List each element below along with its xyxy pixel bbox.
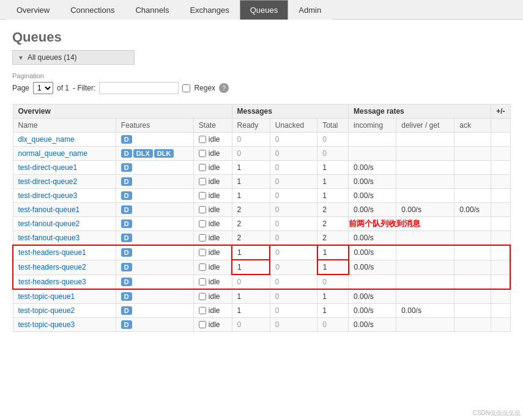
state-checkbox[interactable]: [199, 249, 206, 256]
cell-queue-name[interactable]: test-topic-queue1: [13, 289, 116, 304]
cell-unacked: 0: [270, 274, 317, 289]
state-checkbox[interactable]: [199, 164, 206, 171]
cell-queue-name[interactable]: test-direct-queue2: [13, 175, 116, 189]
cell-unacked: 0: [270, 217, 317, 231]
cell-total: 1: [317, 161, 349, 175]
cell-ack: [454, 260, 491, 274]
cell-total: 1: [317, 260, 349, 274]
cell-deliver-get: [396, 231, 454, 246]
cell-queue-name[interactable]: test-topic-queue3: [13, 318, 116, 332]
cell-queue-name[interactable]: test-fanout-queue2: [13, 217, 116, 231]
tab-connections[interactable]: Connections: [60, 0, 125, 20]
cell-queue-name[interactable]: test-fanout-queue3: [13, 231, 116, 246]
state-checkbox[interactable]: [199, 263, 206, 271]
cell-unacked: 0: [270, 289, 317, 304]
cell-features: D: [116, 274, 193, 289]
cell-ack: [454, 217, 491, 231]
cell-ack: [454, 133, 491, 147]
cell-features: D: [116, 245, 193, 260]
cell-total: 1: [317, 189, 349, 203]
state-checkbox[interactable]: [199, 307, 206, 314]
cell-queue-name[interactable]: test-headers-queue2: [13, 260, 116, 274]
cell-ready: 1: [232, 161, 270, 175]
cell-features: D: [116, 231, 193, 246]
cell-features: D: [116, 217, 193, 231]
state-checkbox[interactable]: [199, 220, 206, 227]
th-overview: Overview: [13, 105, 232, 119]
tab-exchanges[interactable]: Exchanges: [179, 0, 239, 20]
cell-ack: [454, 189, 491, 203]
th-plusminus[interactable]: +/-: [491, 105, 510, 119]
cell-queue-name[interactable]: test-fanout-queue1: [13, 203, 116, 217]
state-checkbox[interactable]: [199, 278, 206, 286]
tab-queues[interactable]: Queues: [240, 0, 289, 20]
cell-queue-name[interactable]: test-topic-queue2: [13, 304, 116, 318]
tab-overview[interactable]: Overview: [6, 0, 60, 20]
regex-help-button[interactable]: ?: [219, 83, 229, 93]
cell-queue-name[interactable]: test-headers-queue3: [13, 274, 116, 289]
cell-ack: [454, 274, 491, 289]
cell-state: idle: [193, 289, 232, 304]
cell-total: 1: [317, 175, 349, 189]
state-checkbox[interactable]: [199, 206, 206, 213]
cell-incoming: 0.00/s: [349, 231, 396, 246]
cell-state: idle: [193, 161, 232, 175]
cell-empty: [491, 231, 510, 246]
cell-empty: [491, 133, 510, 147]
cell-queue-name[interactable]: test-headers-queue1: [13, 245, 116, 260]
th-features: Features: [116, 119, 193, 133]
cell-queue-name[interactable]: test-direct-queue3: [13, 189, 116, 203]
cell-total: 0: [317, 274, 349, 289]
th-empty: [491, 119, 510, 133]
cell-queue-name[interactable]: dlx_queue_name: [13, 133, 116, 147]
state-checkbox[interactable]: [199, 192, 206, 199]
th-total: Total: [317, 119, 349, 133]
state-checkbox[interactable]: [199, 293, 206, 300]
tab-channels[interactable]: Channels: [125, 0, 179, 20]
state-checkbox[interactable]: [199, 150, 206, 157]
th-message-rates: Message rates: [349, 105, 491, 119]
cell-features: D: [116, 189, 193, 203]
cell-queue-name[interactable]: test-direct-queue1: [13, 161, 116, 175]
cell-empty: [491, 161, 510, 175]
cell-features: DDLXDLK: [116, 147, 193, 161]
cell-incoming: 0.00/s: [349, 260, 396, 274]
pagination-label: Pagination: [12, 72, 511, 79]
cell-deliver-get: 0.00/s: [396, 203, 454, 217]
cell-ready: 1: [232, 175, 270, 189]
cell-empty: [491, 304, 510, 318]
cell-queue-name[interactable]: normal_queue_name: [13, 147, 116, 161]
cell-deliver-get: [396, 318, 454, 332]
cell-empty: [491, 217, 510, 231]
cell-deliver-get: [396, 260, 454, 274]
cell-ready: 1: [232, 245, 270, 260]
table-row: test-headers-queue1Didle1010.00/s: [13, 245, 510, 260]
state-checkbox[interactable]: [199, 234, 206, 241]
cell-incoming: 0.00/s: [349, 245, 396, 260]
table-row: test-fanout-queue2Didle202前两个队列收到消息: [13, 217, 510, 231]
state-checkbox[interactable]: [199, 178, 206, 185]
cell-incoming: 0.00/s: [349, 318, 396, 332]
cell-total: 1: [317, 245, 349, 260]
cell-ready: 0: [232, 133, 270, 147]
cell-ready: 1: [232, 304, 270, 318]
cell-features: D: [116, 133, 193, 147]
cell-state: idle: [193, 203, 232, 217]
regex-checkbox[interactable]: [182, 84, 190, 92]
cell-incoming: [349, 274, 396, 289]
state-checkbox[interactable]: [199, 321, 206, 328]
filter-input[interactable]: [99, 82, 179, 94]
cell-unacked: 0: [270, 147, 317, 161]
cell-incoming: 0.00/s: [349, 203, 396, 217]
cell-empty: [491, 147, 510, 161]
page-select[interactable]: 1: [33, 82, 53, 94]
cell-ack: [454, 175, 491, 189]
tab-admin[interactable]: Admin: [288, 0, 332, 20]
cell-features: D: [116, 260, 193, 274]
cell-state: idle: [193, 189, 232, 203]
section-header[interactable]: ▼ All queues (14): [12, 50, 135, 65]
th-name: Name: [13, 119, 116, 133]
table-row: test-topic-queue1Didle1010.00/s: [13, 289, 510, 304]
cell-empty: [491, 260, 510, 274]
state-checkbox[interactable]: [199, 136, 206, 143]
